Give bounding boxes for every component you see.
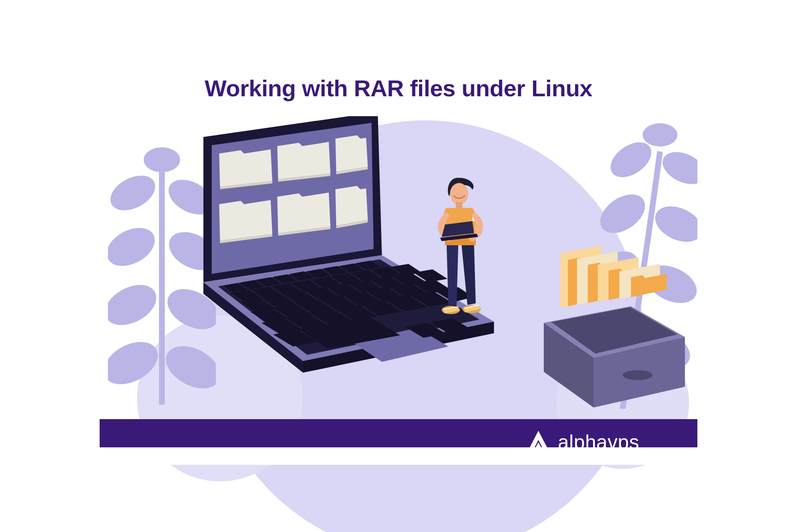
person-illustration bbox=[423, 172, 506, 347]
page-title: Working with RAR files under Linux bbox=[100, 75, 697, 102]
svg-marker-76 bbox=[335, 135, 368, 172]
svg-rect-85 bbox=[456, 202, 462, 208]
svg-point-12 bbox=[650, 199, 697, 249]
svg-point-106 bbox=[623, 370, 653, 380]
svg-point-84 bbox=[450, 183, 468, 205]
svg-marker-72 bbox=[219, 149, 272, 187]
folder-icon bbox=[219, 200, 272, 243]
folder-icon bbox=[335, 186, 368, 228]
folder-icon bbox=[277, 193, 330, 236]
folder-icon bbox=[277, 142, 330, 182]
svg-marker-82 bbox=[335, 186, 368, 226]
folder-icon bbox=[335, 135, 368, 174]
folder-icon bbox=[219, 149, 272, 189]
svg-marker-78 bbox=[219, 200, 272, 241]
hero-illustration: Working with RAR files under Linux alpha… bbox=[100, 66, 697, 465]
svg-point-10 bbox=[658, 146, 697, 190]
footer-white-strip bbox=[100, 447, 697, 465]
svg-point-4 bbox=[108, 277, 163, 333]
svg-point-17 bbox=[643, 123, 677, 146]
svg-point-11 bbox=[593, 186, 652, 241]
svg-point-6 bbox=[108, 333, 165, 393]
svg-marker-80 bbox=[277, 193, 330, 233]
svg-marker-74 bbox=[277, 142, 330, 179]
file-drawer-illustration bbox=[535, 245, 697, 419]
svg-point-2 bbox=[108, 220, 161, 274]
svg-marker-101 bbox=[631, 274, 667, 297]
svg-point-0 bbox=[108, 168, 161, 217]
